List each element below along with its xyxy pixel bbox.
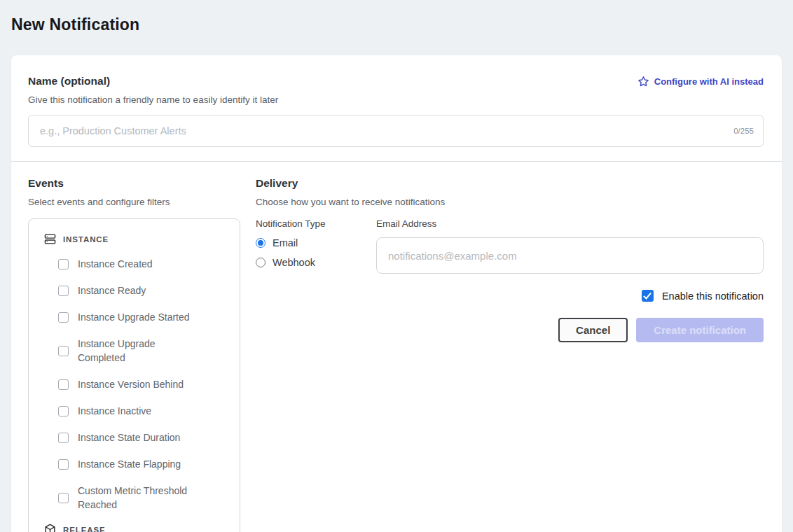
event-groups: INSTANCEInstance CreatedInstance ReadyIn… [28,218,240,532]
event-item-label: Custom Metric Threshold Reached [78,484,196,512]
new-notification-card: Name (optional) Configure with AI instea… [11,55,782,532]
event-item[interactable]: Instance Inactive [37,398,231,424]
radio-webhook-label: Webhook [273,257,315,268]
event-item-label: Instance Upgrade Completed [78,337,196,365]
enable-notification-label: Enable this notification [662,290,764,302]
event-checkbox[interactable] [58,433,69,443]
star-icon [637,76,649,88]
configure-with-ai-label: Configure with AI instead [654,76,764,87]
radio-webhook[interactable] [256,258,266,267]
cancel-button[interactable]: Cancel [558,318,628,342]
char-counter: 0/255 [733,127,754,135]
event-item[interactable]: Custom Metric Threshold Reached [37,477,231,518]
event-item[interactable]: Instance Ready [37,277,231,304]
events-hint: Select events and configure filters [28,197,240,207]
name-section: Name (optional) Configure with AI instea… [11,55,782,161]
event-checkbox[interactable] [58,379,69,390]
event-checkbox[interactable] [58,346,69,356]
delivery-hint: Choose how you want to receive notificat… [256,197,764,207]
enable-notification-row[interactable]: Enable this notification [256,290,764,302]
event-item[interactable]: Instance Upgrade Completed [37,330,231,371]
event-item[interactable]: Instance State Duration [37,424,231,451]
events-heading: Events [28,177,240,190]
radio-email[interactable] [256,238,266,248]
email-address-label: Email Address [376,218,764,229]
event-checkbox[interactable] [58,286,69,296]
delivery-section: Delivery Choose how you want to receive … [256,177,764,532]
event-group-label: RELEASE [63,526,106,532]
event-item-label: Instance Ready [78,284,146,298]
page-title: New Notification [11,15,793,34]
event-checkbox[interactable] [58,493,69,503]
event-group-header: INSTANCE [37,227,231,251]
event-group-label: INSTANCE [63,235,109,244]
notification-type-label: Notification Type [256,218,376,229]
create-notification-button[interactable]: Create notification [636,318,764,342]
event-checkbox[interactable] [58,459,69,470]
radio-option-webhook[interactable]: Webhook [256,257,376,268]
event-group-header: RELEASE [37,518,231,532]
event-item-label: Instance Created [78,257,153,271]
events-section: Events Select events and configure filte… [28,177,240,532]
event-item[interactable]: Instance State Flapping [37,451,231,477]
radio-email-label: Email [273,237,298,248]
event-checkbox[interactable] [58,406,69,416]
event-item[interactable]: Instance Created [37,251,231,277]
name-section-hint: Give this notification a friendly name t… [28,94,764,105]
email-address-input[interactable] [376,237,764,274]
radio-option-email[interactable]: Email [256,237,376,248]
name-section-heading: Name (optional) [28,75,110,88]
event-checkbox[interactable] [58,312,69,323]
event-item[interactable]: Instance Version Behind [37,371,231,398]
event-item[interactable]: Instance Upgrade Started [37,304,231,330]
event-item-label: Instance Upgrade Started [78,310,190,324]
event-item-label: Instance Version Behind [78,377,184,391]
event-item-label: Instance State Flapping [78,457,181,471]
package-icon [44,524,56,532]
notification-name-input[interactable] [28,115,764,147]
server-icon [44,233,56,245]
event-checkbox[interactable] [58,259,69,270]
delivery-heading: Delivery [256,177,764,190]
event-item-label: Instance Inactive [78,404,151,418]
configure-with-ai-link[interactable]: Configure with AI instead [637,76,764,88]
event-item-label: Instance State Duration [78,430,180,444]
enable-notification-checkbox[interactable] [642,290,654,302]
